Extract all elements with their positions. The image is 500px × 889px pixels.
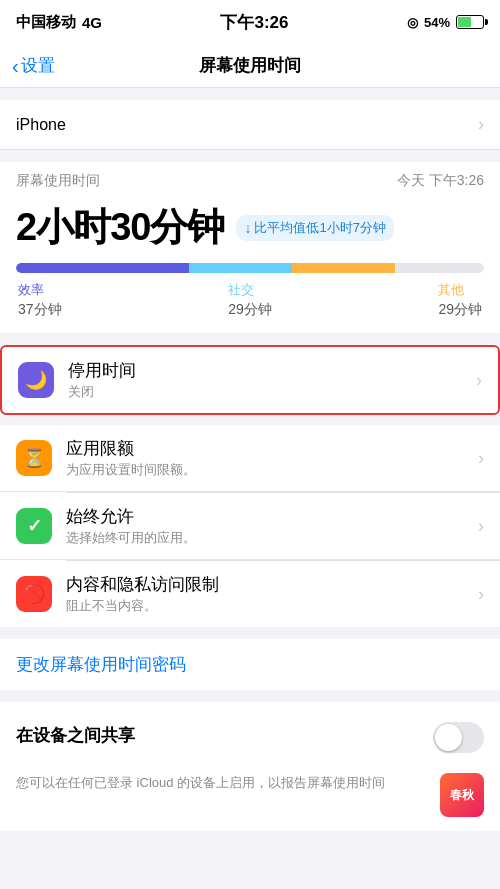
downtime-icon-wrapper: 🌙 <box>18 362 54 398</box>
battery-fill <box>458 17 471 27</box>
status-right: ◎ 54% <box>407 15 484 30</box>
downtime-icon: 🌙 <box>25 369 47 391</box>
share-toggle[interactable] <box>433 722 484 753</box>
screen-time-header: 屏幕使用时间 今天 下午3:26 <box>0 162 500 196</box>
always-allowed-chevron-icon: › <box>478 516 484 537</box>
downtime-title: 停用时间 <box>68 359 476 382</box>
comparison-badge: ↓ 比平均值低1小时7分钟 <box>236 215 393 241</box>
progress-social <box>189 263 292 273</box>
down-arrow-icon: ↓ <box>244 220 251 236</box>
bottom-description: 您可以在任何已登录 iCloud 的设备上启用，以报告屏幕使用时间 <box>16 773 430 817</box>
share-content: 在设备之间共享 <box>0 702 500 763</box>
always-allowed-title: 始终允许 <box>66 505 478 528</box>
always-allowed-icon-wrapper: ✓ <box>16 508 52 544</box>
category-other: 其他 29分钟 <box>438 281 482 319</box>
content-privacy-subtitle: 阻止不当内容。 <box>66 597 478 615</box>
change-password-link[interactable]: 更改屏幕使用时间密码 <box>16 655 186 674</box>
downtime-wrapper: 🌙 停用时间 关闭 › <box>0 345 500 415</box>
app-limits-row[interactable]: ⏳ 应用限额 为应用设置时间限额。 › <box>0 425 500 492</box>
category-efficiency: 效率 37分钟 <box>18 281 62 319</box>
status-bar: 中国移动 4G 下午3:26 ◎ 54% <box>0 0 500 44</box>
page-title: 屏幕使用时间 <box>199 54 301 77</box>
downtime-chevron-icon: › <box>476 370 482 391</box>
network-label: 4G <box>82 14 102 31</box>
progress-other <box>292 263 395 273</box>
share-toggle-row: 在设备之间共享 <box>16 716 484 753</box>
cat-other-label: 其他 <box>438 281 482 299</box>
content-privacy-text: 内容和隐私访问限制 阻止不当内容。 <box>66 573 478 615</box>
screen-time-date: 今天 下午3:26 <box>397 172 484 190</box>
status-left: 中国移动 4G <box>16 13 102 32</box>
content-privacy-icon-wrapper: 🚫 <box>16 576 52 612</box>
app-limits-wrapper: ⏳ 应用限额 为应用设置时间限额。 › ✓ 始终允许 选择始终可用的应用。 › <box>0 425 500 627</box>
cat-social-time: 29分钟 <box>228 301 272 319</box>
nav-bar: ‹ 设置 屏幕使用时间 <box>0 44 500 88</box>
main-content: iPhone › 屏幕使用时间 今天 下午3:26 2小时30分钟 ↓ 比平均值… <box>0 88 500 889</box>
category-social: 社交 29分钟 <box>228 281 272 319</box>
logo-icon: 春秋 <box>450 787 474 804</box>
app-limits-icon: ⏳ <box>23 447 45 469</box>
category-row: 效率 37分钟 社交 29分钟 其他 29分钟 <box>16 281 484 319</box>
content-privacy-icon: 🚫 <box>23 583 45 605</box>
battery-percent: 54% <box>424 15 450 30</box>
always-allowed-text: 始终允许 选择始终可用的应用。 <box>66 505 478 547</box>
back-button[interactable]: ‹ 设置 <box>12 54 55 77</box>
iphone-row[interactable]: iPhone › <box>0 100 500 150</box>
screen-time-detail: 2小时30分钟 ↓ 比平均值低1小时7分钟 效率 37分钟 社交 <box>0 196 500 333</box>
downtime-row[interactable]: 🌙 停用时间 关闭 › <box>2 347 498 413</box>
always-allowed-row[interactable]: ✓ 始终允许 选择始终可用的应用。 › <box>0 493 500 560</box>
downtime-text: 停用时间 关闭 <box>68 359 476 401</box>
share-section: 在设备之间共享 您可以在任何已登录 iCloud 的设备上启用，以报告屏幕使用时… <box>0 702 500 831</box>
back-chevron-icon: ‹ <box>12 56 19 76</box>
bottom-text-section: 您可以在任何已登录 iCloud 的设备上启用，以报告屏幕使用时间 春秋 <box>0 763 500 831</box>
settings-section: 🌙 停用时间 关闭 › ⏳ 应用限额 为应用设置时间限额。 <box>0 345 500 627</box>
app-limits-title: 应用限额 <box>66 437 478 460</box>
back-label: 设置 <box>21 54 55 77</box>
content-privacy-row[interactable]: 🚫 内容和隐私访问限制 阻止不当内容。 › <box>0 561 500 627</box>
comparison-text: 比平均值低1小时7分钟 <box>254 219 385 237</box>
change-password-section: 更改屏幕使用时间密码 <box>0 639 500 690</box>
cat-efficiency-time: 37分钟 <box>18 301 62 319</box>
app-limits-subtitle: 为应用设置时间限额。 <box>66 461 478 479</box>
always-allowed-subtitle: 选择始终可用的应用。 <box>66 529 478 547</box>
battery-icon <box>456 15 484 29</box>
location-icon: ◎ <box>407 15 418 30</box>
toggle-knob <box>435 724 462 751</box>
always-allowed-icon: ✓ <box>27 515 42 537</box>
total-time: 2小时30分钟 <box>16 202 224 253</box>
carrier-label: 中国移动 <box>16 13 76 32</box>
progress-efficiency <box>16 263 189 273</box>
content-privacy-title: 内容和隐私访问限制 <box>66 573 478 596</box>
brand-logo: 春秋 <box>440 773 484 817</box>
status-time: 下午3:26 <box>220 11 288 34</box>
app-limits-text: 应用限额 为应用设置时间限额。 <box>66 437 478 479</box>
iphone-chevron-icon: › <box>478 114 484 135</box>
share-title: 在设备之间共享 <box>16 724 135 747</box>
app-limits-icon-wrapper: ⏳ <box>16 440 52 476</box>
screen-time-label: 屏幕使用时间 <box>16 172 100 190</box>
content-privacy-chevron-icon: › <box>478 584 484 605</box>
app-limits-chevron-icon: › <box>478 448 484 469</box>
cat-efficiency-label: 效率 <box>18 281 62 299</box>
cat-other-time: 29分钟 <box>438 301 482 319</box>
cat-social-label: 社交 <box>228 281 272 299</box>
downtime-subtitle: 关闭 <box>68 383 476 401</box>
iphone-label: iPhone <box>16 116 66 134</box>
progress-bar <box>16 263 484 273</box>
